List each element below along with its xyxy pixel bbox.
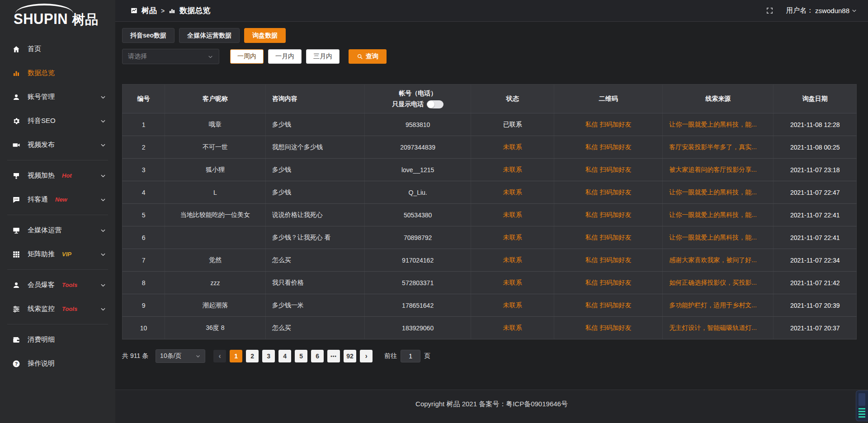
cell-qrcode-link[interactable]: 私信 扫码加好友 bbox=[554, 204, 662, 226]
page-button-6[interactable]: 6 bbox=[311, 350, 324, 362]
cell-qrcode-link[interactable]: 私信 扫码加好友 bbox=[554, 272, 662, 294]
cell-id: 5 bbox=[123, 204, 165, 226]
cell-qrcode-link[interactable]: 私信 扫码加好友 bbox=[554, 317, 662, 339]
cell-qrcode-link[interactable]: 私信 扫码加好友 bbox=[554, 249, 662, 272]
page-button-92[interactable]: 92 bbox=[344, 350, 356, 362]
sidebar-divider bbox=[7, 269, 108, 270]
cell-source-link[interactable]: 让你一眼就爱上的黑科技，能... bbox=[663, 113, 774, 136]
sidebar-item-omnimedia[interactable]: 全媒体运营 bbox=[0, 218, 115, 242]
cell-source-link[interactable]: 客厅安装投影半年多了，真实... bbox=[663, 136, 774, 159]
cell-nickname: 潮起潮落 bbox=[165, 294, 265, 317]
search-button[interactable]: 查询 bbox=[349, 49, 387, 64]
page-button-5[interactable]: 5 bbox=[295, 350, 307, 362]
user-menu[interactable]: 用户名： zswodun88 bbox=[786, 6, 857, 15]
sidebar-item-douketong[interactable]: 抖客通 New bbox=[0, 188, 115, 212]
cell-source-link[interactable]: 多功能护栏灯，适用于乡村文... bbox=[663, 294, 774, 317]
user-icon bbox=[12, 93, 21, 102]
filter-select[interactable]: 请选择 bbox=[122, 49, 219, 64]
inquiry-table-wrap: 编号 客户昵称 咨询内容 帐号（电话） 只显示电话 状态 bbox=[122, 84, 857, 339]
breadcrumb-root[interactable]: 树品 bbox=[142, 5, 157, 16]
cell-qrcode-link[interactable]: 私信 扫码加好友 bbox=[554, 136, 662, 159]
sidebar-item-video-publish[interactable]: 视频发布 bbox=[0, 133, 115, 157]
range-month-button[interactable]: 一月内 bbox=[268, 49, 302, 64]
cell-status: 未联系 bbox=[471, 136, 554, 159]
sidebar-item-label: 账号管理 bbox=[28, 93, 55, 101]
username-value: zswodun88 bbox=[815, 7, 849, 14]
breadcrumb-separator: > bbox=[161, 7, 165, 14]
cell-id: 9 bbox=[123, 294, 165, 317]
cell-qrcode-link[interactable]: 私信 扫码加好友 bbox=[554, 113, 662, 136]
fullscreen-icon[interactable] bbox=[766, 7, 774, 14]
sidebar-item-douyin-seo[interactable]: 抖音SEO bbox=[0, 109, 115, 133]
cell-inquiry: 多少钱一米 bbox=[265, 294, 364, 317]
range-quarter-button[interactable]: 三月内 bbox=[306, 49, 340, 64]
table-row: 7 觉然 怎么买 917024162 未联系 私信 扫码加好友 感谢大家喜欢我家… bbox=[123, 249, 857, 272]
cell-qrcode-link[interactable]: 私信 扫码加好友 bbox=[554, 294, 662, 317]
cell-account: 183929060 bbox=[364, 317, 471, 339]
footer: Copyright 树品 2021 备案号：粤ICP备09019646号 bbox=[115, 390, 868, 423]
cell-inquiry: 多少钱 bbox=[265, 113, 364, 136]
cell-qrcode-link[interactable]: 私信 扫码加好友 bbox=[554, 226, 662, 249]
cell-source-link[interactable]: 让你一眼就爱上的黑科技，能... bbox=[663, 204, 774, 226]
cell-account: 572803371 bbox=[364, 272, 471, 294]
logo-text-cn: 树品 bbox=[72, 11, 98, 29]
sidebar-item-account-mgmt[interactable]: 账号管理 bbox=[0, 85, 115, 109]
cell-date: 2021-11-07 23:18 bbox=[774, 159, 857, 181]
next-page-button[interactable]: › bbox=[360, 350, 373, 362]
page-ellipsis-button[interactable]: ••• bbox=[327, 350, 340, 362]
prev-page-button[interactable]: ‹ bbox=[213, 350, 226, 362]
cell-qrcode-link[interactable]: 私信 扫码加好友 bbox=[554, 159, 662, 181]
person-icon bbox=[12, 281, 21, 290]
breadcrumb: 树品 > 数据总览 bbox=[131, 5, 210, 16]
col-header-source: 线索来源 bbox=[663, 85, 774, 113]
range-week-button[interactable]: 一周内 bbox=[230, 49, 264, 64]
goto-page-input[interactable] bbox=[401, 350, 420, 362]
page-size-select[interactable]: 10条/页 bbox=[156, 349, 205, 363]
cell-nickname: L bbox=[165, 181, 265, 204]
cell-date: 2021-11-07 21:42 bbox=[774, 272, 857, 294]
tools-badge: Tools bbox=[62, 306, 77, 312]
page-button-4[interactable]: 4 bbox=[278, 350, 291, 362]
tab-inquiry-data[interactable]: 询盘数据 bbox=[244, 28, 286, 43]
cell-source-link[interactable]: 无主灯设计，智能磁吸轨道灯... bbox=[663, 317, 774, 339]
sidebar-item-matrix-boost[interactable]: 矩阵助推 VIP bbox=[0, 242, 115, 266]
sidebar-item-lead-monitor[interactable]: 线索监控 Tools bbox=[0, 297, 115, 321]
cell-id: 4 bbox=[123, 181, 165, 204]
sidebar-item-home[interactable]: 首页 bbox=[0, 37, 115, 61]
cell-inquiry: 怎么买 bbox=[265, 317, 364, 339]
cell-source-link[interactable]: 如何正确选择投影仪，买投影... bbox=[663, 272, 774, 294]
sidebar-divider bbox=[7, 160, 108, 160]
tab-douyin-seo-data[interactable]: 抖音seo数据 bbox=[122, 28, 175, 43]
cell-source-link[interactable]: 让你一眼就爱上的黑科技，能... bbox=[663, 226, 774, 249]
sidebar-item-label: 抖客通 bbox=[28, 195, 48, 204]
col-header-date: 询盘日期 bbox=[774, 85, 857, 113]
col-header-account: 帐号（电话） 只显示电话 bbox=[364, 85, 471, 113]
cell-id: 2 bbox=[123, 136, 165, 159]
inquiry-table: 编号 客户昵称 咨询内容 帐号（电话） 只显示电话 状态 bbox=[122, 84, 857, 339]
sidebar-divider bbox=[7, 324, 108, 324]
breadcrumb-current: 数据总览 bbox=[179, 5, 210, 16]
cell-status: 未联系 bbox=[471, 249, 554, 272]
sidebar-item-video-heat[interactable]: 视频加热 Hot bbox=[0, 164, 115, 188]
sidebar-item-member-burst[interactable]: 会员爆客 Tools bbox=[0, 273, 115, 297]
sidebar-item-spending-details[interactable]: 消费明细 bbox=[0, 328, 115, 352]
pagination-total: 共 911 条 bbox=[122, 352, 148, 360]
cell-inquiry: 我只看价格 bbox=[265, 272, 364, 294]
cell-source-link[interactable]: 感谢大家喜欢我家，被问了好... bbox=[663, 249, 774, 272]
cell-source-link[interactable]: 让你一眼就爱上的黑科技，能... bbox=[663, 181, 774, 204]
floating-helper-widget[interactable] bbox=[856, 390, 868, 421]
chevron-down-icon bbox=[100, 227, 106, 234]
page-button-1[interactable]: 1 bbox=[230, 350, 242, 362]
sidebar-item-label: 操作说明 bbox=[28, 359, 55, 368]
sidebar-nav: 首页 数据总览 账号管理 抖音 bbox=[0, 33, 115, 376]
table-row: 4 L 多少钱 Q_Liu. 未联系 私信 扫码加好友 让你一眼就爱上的黑科技，… bbox=[123, 181, 857, 204]
cell-source-link[interactable]: 被大家追着问的客厅投影分享... bbox=[663, 159, 774, 181]
sidebar-item-data-overview[interactable]: 数据总览 bbox=[0, 61, 115, 85]
sidebar-item-instructions[interactable]: ? 操作说明 bbox=[0, 352, 115, 376]
cell-qrcode-link[interactable]: 私信 扫码加好友 bbox=[554, 181, 662, 204]
page-button-3[interactable]: 3 bbox=[262, 350, 275, 362]
phone-only-toggle[interactable] bbox=[427, 100, 443, 108]
page-button-2[interactable]: 2 bbox=[246, 350, 259, 362]
tab-omnimedia-data[interactable]: 全媒体运营数据 bbox=[179, 28, 240, 43]
data-tabs: 抖音seo数据 全媒体运营数据 询盘数据 bbox=[122, 28, 857, 43]
